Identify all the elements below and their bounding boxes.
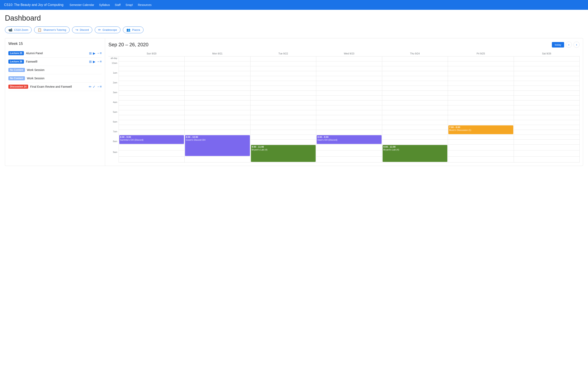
calendar-cell[interactable]: 8:00 - 9:00Samhita's OH (Discord)	[119, 135, 185, 145]
play-icon[interactable]: ▶	[93, 60, 95, 64]
calendar-cell[interactable]	[250, 66, 316, 71]
calendar-cell[interactable]	[382, 105, 448, 110]
arrow-right-icon[interactable]: →≡	[96, 51, 102, 55]
calendar-cell[interactable]	[316, 156, 382, 162]
nav-link-syllabus[interactable]: Syllabus	[99, 3, 110, 7]
calendar-cell[interactable]	[382, 57, 448, 61]
calendar-cell[interactable]	[185, 156, 251, 162]
calendar-cell[interactable]	[382, 115, 448, 120]
calendar-cell[interactable]	[250, 61, 316, 66]
calendar-cell[interactable]	[316, 81, 382, 86]
calendar-cell[interactable]	[119, 81, 185, 86]
shannons-tutoring-button[interactable]: 📋 Shannon's Tutoring	[34, 26, 70, 33]
calendar-cell[interactable]	[514, 100, 580, 105]
calendar-cell[interactable]: 7:00 - 8:00Murtz's Discussion (1)	[448, 125, 514, 135]
add-icon[interactable]: ⊞	[89, 51, 92, 55]
calendar-cell[interactable]	[250, 100, 316, 105]
calendar-cell[interactable]	[514, 125, 580, 130]
calendar-cell[interactable]: 9:00 - 11:00Bryant's Lab (4)	[382, 145, 448, 162]
calendar-cell[interactable]	[316, 125, 382, 130]
calendar-cell[interactable]	[119, 105, 185, 110]
calendar-event[interactable]: 9:00 - 11:00Bryant's Lab (4)	[251, 145, 316, 162]
calendar-cell[interactable]	[250, 125, 316, 130]
calendar-cell[interactable]	[316, 86, 382, 91]
calendar-cell[interactable]	[514, 61, 580, 66]
calendar-cell[interactable]	[250, 135, 316, 140]
calendar-cell[interactable]	[119, 71, 185, 76]
calendar-cell[interactable]	[185, 115, 251, 120]
calendar-cell[interactable]	[316, 120, 382, 125]
arrow-right-icon[interactable]: →≡	[96, 60, 102, 63]
calendar-cell[interactable]	[514, 115, 580, 120]
calendar-cell[interactable]	[316, 130, 382, 135]
calendar-event[interactable]: 8:00 - 9:00Dani's OH (Discord)	[317, 135, 381, 144]
calendar-cell[interactable]	[514, 105, 580, 110]
calendar-cell[interactable]	[119, 66, 185, 71]
calendar-cell[interactable]	[185, 71, 251, 76]
nav-link-resources[interactable]: Resources	[138, 3, 151, 7]
calendar-cell[interactable]	[382, 86, 448, 91]
arrow-right-icon[interactable]: →≡	[96, 85, 102, 89]
cs10-zoom-button[interactable]: 📹 CS10 Zoom	[5, 26, 32, 33]
calendar-cell[interactable]	[448, 110, 514, 115]
calendar-cell[interactable]	[250, 71, 316, 76]
calendar-event[interactable]: 9:00 - 11:00Bryant's Lab (4)	[383, 145, 448, 162]
calendar-cell[interactable]	[250, 140, 316, 145]
calendar-cell[interactable]	[448, 156, 514, 162]
calendar-cell[interactable]	[119, 96, 185, 100]
calendar-cell[interactable]	[514, 140, 580, 145]
calendar-cell[interactable]	[514, 81, 580, 86]
add-icon[interactable]: ⊞	[89, 60, 92, 64]
calendar-cell[interactable]	[514, 120, 580, 125]
calendar-cell[interactable]	[514, 145, 580, 150]
calendar-cell[interactable]	[514, 110, 580, 115]
calendar-cell[interactable]	[316, 57, 382, 61]
calendar-cell[interactable]	[185, 86, 251, 91]
calendar-cell[interactable]	[250, 115, 316, 120]
calendar-cell[interactable]	[185, 76, 251, 81]
calendar-cell[interactable]	[185, 130, 251, 135]
calendar-cell[interactable]	[316, 110, 382, 115]
calendar-cell[interactable]	[448, 100, 514, 105]
calendar-event[interactable]: 8:00 - 9:00Samhita's OH (Discord)	[119, 135, 184, 144]
calendar-cell[interactable]	[448, 57, 514, 61]
calendar-cell[interactable]	[119, 115, 185, 120]
calendar-cell[interactable]: 9:00 - 11:00Bryant's Lab (4)	[250, 145, 316, 162]
calendar-cell[interactable]	[316, 66, 382, 71]
calendar-cell[interactable]	[448, 145, 514, 150]
calendar-cell[interactable]	[250, 130, 316, 135]
calendar-cell[interactable]	[185, 57, 251, 61]
calendar-cell[interactable]	[514, 57, 580, 61]
calendar-cell[interactable]	[119, 150, 185, 156]
calendar-cell[interactable]	[119, 100, 185, 105]
calendar-cell[interactable]	[448, 61, 514, 66]
calendar-cell[interactable]	[514, 71, 580, 76]
calendar-cell[interactable]	[316, 61, 382, 66]
calendar-cell[interactable]	[250, 110, 316, 115]
calendar-cell[interactable]	[185, 110, 251, 115]
calendar-cell[interactable]	[250, 120, 316, 125]
calendar-cell[interactable]	[250, 81, 316, 86]
calendar-cell[interactable]	[448, 86, 514, 91]
calendar-cell[interactable]	[448, 91, 514, 96]
calendar-cell[interactable]	[119, 86, 185, 91]
calendar-cell[interactable]	[119, 130, 185, 135]
calendar-cell[interactable]	[185, 96, 251, 100]
calendar-cell[interactable]	[250, 96, 316, 100]
calendar-cell[interactable]	[119, 61, 185, 66]
calendar-cell[interactable]	[514, 66, 580, 71]
today-button[interactable]: today	[552, 42, 564, 48]
calendar-cell[interactable]	[448, 96, 514, 100]
calendar-cell[interactable]	[514, 86, 580, 91]
calendar-cell[interactable]	[382, 71, 448, 76]
calendar-cell[interactable]	[316, 96, 382, 100]
pencil-icon[interactable]: ✏	[89, 85, 91, 89]
next-week-button[interactable]: ›	[573, 42, 580, 48]
calendar-cell[interactable]	[119, 76, 185, 81]
gradescope-button[interactable]: ✏ Gradescope	[95, 26, 121, 33]
calendar-cell[interactable]	[250, 105, 316, 110]
calendar-cell[interactable]	[119, 145, 185, 150]
calendar-cell[interactable]	[514, 96, 580, 100]
calendar-cell[interactable]	[119, 110, 185, 115]
calendar-cell[interactable]	[382, 91, 448, 96]
